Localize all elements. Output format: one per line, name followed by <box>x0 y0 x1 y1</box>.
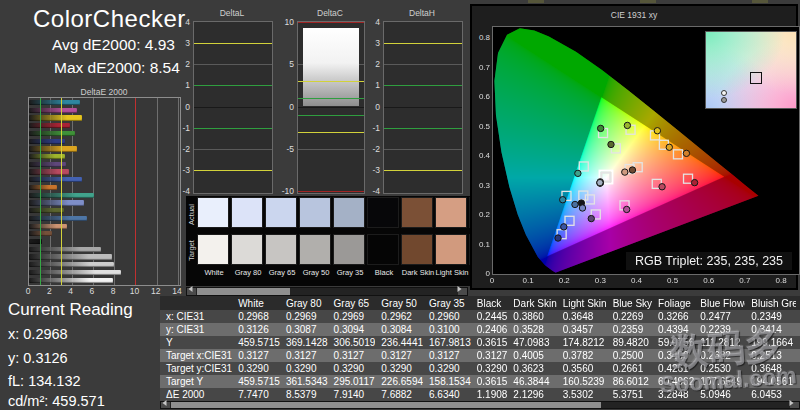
actual-swatch-gray-65[interactable] <box>265 197 297 228</box>
deltae2000-bar-chart <box>28 97 181 286</box>
column-header-gray-50: Gray 50 <box>375 296 423 310</box>
reference-line <box>298 81 364 82</box>
table-cell: 0.3290 <box>280 362 328 375</box>
row-label: Target x:CIE31 <box>160 349 232 362</box>
target-swatch-white[interactable] <box>197 234 229 265</box>
table-cell: 0.2349 <box>745 310 796 323</box>
current-reading-x: x: 0.2968 <box>8 326 68 342</box>
table-cell: 0.3290 <box>375 362 423 375</box>
deltah-title: DeltaH <box>383 8 461 18</box>
gridline <box>298 149 364 150</box>
cie-x-tick-label: 0.6 <box>699 276 719 285</box>
actual-swatch-white[interactable] <box>197 197 229 228</box>
y-tick-label: 3 <box>185 38 190 48</box>
table-row[interactable]: ΔE 20007.74708.53797.91407.68826.63401.1… <box>160 388 800 401</box>
table-cell: 158.1534 <box>423 375 471 388</box>
table-cell: 2.1296 <box>507 388 556 401</box>
y-tick-label: 2 <box>375 59 380 69</box>
de-bar-gray-50 <box>29 254 112 259</box>
row-label: ΔE 2000 <box>160 388 232 401</box>
actual-swatch-gray-35[interactable] <box>333 197 365 228</box>
cie-x-tick-label: 0.7 <box>735 276 755 285</box>
reference-line <box>384 85 462 86</box>
actual-swatch-dark-skin[interactable] <box>401 197 433 228</box>
y-tick-label: -5 <box>286 144 294 154</box>
table-cell: 0.2239 <box>694 323 745 336</box>
actual-swatch-black[interactable] <box>367 197 399 228</box>
gridline <box>194 64 272 65</box>
de-bar-yellow <box>29 115 82 120</box>
table-cell: 0.3094 <box>328 323 376 336</box>
y-tick-label: -2 <box>372 144 380 154</box>
x-tick-label: 8 <box>105 286 121 296</box>
table-cell: 0.3126 <box>232 323 280 336</box>
scrollbar-thumb[interactable] <box>171 402 601 408</box>
table-cell: 86.6012 <box>607 375 652 388</box>
whitepoint-zoom-inset <box>705 31 797 109</box>
table-cell: 5.0946 <box>694 388 745 401</box>
table-cell: 0.5120 <box>796 349 800 362</box>
reference-line <box>194 128 272 129</box>
actual-swatch-light-skin[interactable] <box>435 197 467 228</box>
table-cell: 0.3127 <box>375 349 423 362</box>
table-scrollbar[interactable] <box>160 401 800 409</box>
reference-line <box>298 132 364 133</box>
table-row[interactable]: Target x:CIE310.31270.31270.31270.31270.… <box>160 349 800 362</box>
cie-x-tick-label: 0.4 <box>627 276 647 285</box>
target-swatch-light-skin[interactable] <box>435 234 467 265</box>
scrollbar-thumb[interactable] <box>197 288 290 295</box>
table-row[interactable]: x: CIE310.29680.29690.29690.29620.29600.… <box>160 310 800 323</box>
swatch-scrollbar[interactable] <box>186 287 468 296</box>
table-cell: 1.1908 <box>471 388 508 401</box>
swatch-label: Black <box>367 268 401 277</box>
reference-line <box>384 170 462 171</box>
target-swatch-gray-50[interactable] <box>299 234 331 265</box>
target-swatch-gray-65[interactable] <box>265 234 297 265</box>
avg-de2000-stat: Avg dE2000: 4.93 <box>52 36 175 54</box>
table-cell: 0.3100 <box>423 323 471 336</box>
scroll-left-arrow-icon[interactable] <box>161 402 170 408</box>
table-cell: 60.4962 <box>652 375 694 388</box>
target-swatch-gray-35[interactable] <box>333 234 365 265</box>
table-cell: 0.2969 <box>280 310 328 323</box>
cie-x-tick-label: 0.8 <box>771 276 791 285</box>
table-cell: 132.6242 <box>796 336 800 349</box>
table-cell: 0.3290 <box>423 362 471 375</box>
scroll-right-arrow-icon[interactable] <box>458 288 467 295</box>
actual-swatch-gray-50[interactable] <box>299 197 331 228</box>
table-cell: 0.3084 <box>375 323 423 336</box>
table-cell: 174.8212 <box>557 336 607 349</box>
table-cell: 0.3414 <box>745 323 796 336</box>
table-cell: 0.2682 <box>694 349 745 362</box>
delta-bar <box>303 28 358 107</box>
table-cell: 0.3648 <box>745 362 796 375</box>
actual-swatch-gray-80[interactable] <box>231 197 263 228</box>
cie-y-tick-label: 0.8 <box>472 33 490 42</box>
table-cell: 0.3127 <box>280 349 328 362</box>
gridline <box>384 149 462 150</box>
table-cell: 0.4005 <box>507 349 556 362</box>
table-cell: 3.5302 <box>557 388 607 401</box>
table-row[interactable]: Target y:CIE310.32900.32900.32900.32900.… <box>160 362 800 375</box>
target-swatch-black[interactable] <box>367 234 399 265</box>
table-cell: 0.2960 <box>423 310 471 323</box>
reference-line <box>298 191 364 192</box>
reference-line <box>194 170 272 171</box>
cie-x-tick-label: 0.1 <box>518 276 538 285</box>
inset-measured-dot <box>721 97 727 103</box>
x-tick-label: 4 <box>63 286 79 296</box>
de-bar-purplish-blue <box>29 177 82 182</box>
x-tick-label: 2 <box>41 286 57 296</box>
scroll-left-arrow-icon[interactable] <box>187 288 196 295</box>
x-tick-label: 10 <box>126 286 142 296</box>
target-swatch-dark-skin[interactable] <box>401 234 433 265</box>
table-row[interactable]: Target Y459.5715361.5343295.0117226.6594… <box>160 375 800 388</box>
scroll-right-arrow-icon[interactable] <box>790 402 799 408</box>
table-row[interactable]: y: CIE310.31260.30870.30940.30840.31000.… <box>160 323 800 336</box>
clipped-toolbar-glyph <box>752 0 768 3</box>
target-swatch-gray-80[interactable] <box>231 234 263 265</box>
table-cell: 0.3127 <box>232 349 280 362</box>
y-tick-label: 3 <box>375 38 380 48</box>
table-row[interactable]: Y459.5715369.1428306.5019236.4441167.981… <box>160 336 800 349</box>
row-label: Target Y <box>160 375 232 388</box>
